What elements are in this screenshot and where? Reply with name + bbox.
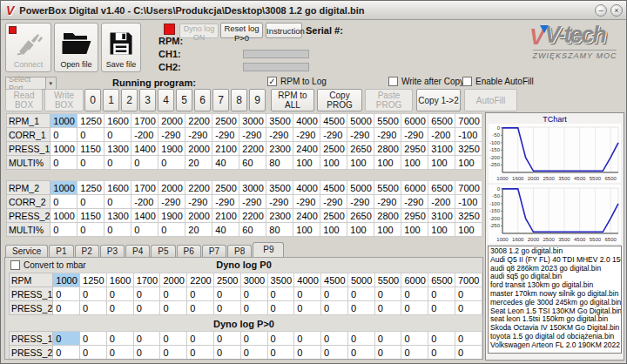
cell-CORR_1-6[interactable]: -290 <box>212 128 239 142</box>
paste-prog-button[interactable]: Paste PROG <box>365 89 413 111</box>
program-digit-button[interactable]: 2 <box>121 89 138 111</box>
cell-RPM_1-10[interactable]: 4500 <box>320 114 347 128</box>
cell-CORR_2-2[interactable]: 0 <box>104 195 131 209</box>
cell-RPM_1-14[interactable]: 6500 <box>428 114 455 128</box>
cell-RPM_1-11[interactable]: 5000 <box>347 114 374 128</box>
cell-PRESS_2-11[interactable]: 2650 <box>347 209 374 223</box>
cell-MULTI%-1[interactable]: 0 <box>78 223 104 237</box>
cell-RPM_2-5[interactable]: 2200 <box>185 181 212 195</box>
cell-PRESS_1-0[interactable]: 1000 <box>51 142 78 156</box>
cell-MULTI%-14[interactable]: 100 <box>428 156 455 170</box>
cell-RPM-8[interactable]: 3500 <box>267 273 294 287</box>
checkbox-checked-icon[interactable]: ✓ <box>267 77 277 86</box>
save-file-button[interactable]: Save file <box>101 23 141 72</box>
cell-PRESS_1-1[interactable]: 1150 <box>78 142 104 156</box>
cell-MULTI%-3[interactable]: 0 <box>131 223 158 237</box>
cell-PRESS_2-5[interactable]: 0 <box>187 346 214 360</box>
read-box-button[interactable]: Read BOX <box>5 89 43 111</box>
cell-PRESS_2-11[interactable]: 0 <box>347 301 374 315</box>
cell-MULTI%-9[interactable]: 100 <box>293 223 320 237</box>
cell-RPM-2[interactable]: 1600 <box>106 273 133 287</box>
cell-RPM_1-3[interactable]: 1700 <box>131 114 158 128</box>
cell-PRESS_1-5[interactable]: 2000 <box>185 142 212 156</box>
cell-RPM_1-1[interactable]: 1250 <box>78 114 104 128</box>
cell-PRESS_2-12[interactable]: 2800 <box>374 209 401 223</box>
enable-autofill-checkbox[interactable]: Enable AutoFill <box>462 77 534 86</box>
tab-p7[interactable]: P7 <box>202 245 226 257</box>
cell-PRESS_1-3[interactable]: 0 <box>133 332 160 346</box>
cell-MULTI%-6[interactable]: 40 <box>212 223 239 237</box>
cell-PRESS_2-3[interactable]: 0 <box>133 301 160 315</box>
cell-PRESS_2-2[interactable]: 1300 <box>104 209 131 223</box>
cell-RPM_1-0[interactable]: 1000 <box>51 114 78 128</box>
file-list-item[interactable]: Volkswagen Arteon FL 2.0 190KM 2022 Go D… <box>490 341 621 350</box>
cell-PRESS_2-8[interactable]: 0 <box>267 301 294 315</box>
cell-PRESS_1-6[interactable]: 2100 <box>212 142 239 156</box>
cell-RPM_1-8[interactable]: 3500 <box>266 114 293 128</box>
tab-p9[interactable]: P9 <box>253 242 284 257</box>
cell-PRESS_2-1[interactable]: 0 <box>80 346 107 360</box>
cell-CORR_1-3[interactable]: -200 <box>131 128 158 142</box>
program-digit-button[interactable]: 3 <box>139 89 156 111</box>
file-list-item[interactable]: ford transit 130km go digital.bin <box>490 281 621 290</box>
cell-CORR_2-0[interactable]: 0 <box>51 195 78 209</box>
cell-PRESS_2-14[interactable]: 0 <box>428 346 455 360</box>
cell-MULTI%-11[interactable]: 100 <box>347 156 374 170</box>
cell-CORR_2-14[interactable]: -200 <box>428 195 455 209</box>
file-list-item[interactable]: toyota 1.5 go digital od obciążenia.bin <box>490 333 621 341</box>
cell-RPM-4[interactable]: 2000 <box>160 273 187 287</box>
cell-MULTI%-0[interactable]: 0 <box>51 223 78 237</box>
cell-MULTI%-5[interactable]: 20 <box>185 223 212 237</box>
cell-MULTI%-8[interactable]: 80 <box>266 156 293 170</box>
cell-RPM_2-8[interactable]: 3500 <box>266 181 293 195</box>
cell-PRESS_2-0[interactable]: 0 <box>53 346 80 360</box>
cell-PRESS_1-9[interactable]: 0 <box>294 287 321 301</box>
cell-CORR_1-9[interactable]: -290 <box>293 128 320 142</box>
cell-PRESS_2-14[interactable]: 0 <box>428 301 455 315</box>
open-file-button[interactable]: Open file <box>54 23 98 72</box>
cell-PRESS_2-8[interactable]: 2300 <box>266 209 293 223</box>
write-after-copy-checkbox[interactable]: Write after Copy <box>388 77 464 86</box>
cell-RPM-10[interactable]: 4500 <box>321 273 348 287</box>
cell-RPM_1-13[interactable]: 6000 <box>401 114 428 128</box>
cell-RPM_2-6[interactable]: 2500 <box>212 181 239 195</box>
cell-PRESS_1-11[interactable]: 0 <box>347 332 374 346</box>
cell-PRESS_2-13[interactable]: 2950 <box>401 209 428 223</box>
cell-PRESS_2-2[interactable]: 0 <box>106 346 133 360</box>
cell-PRESS_1-14[interactable]: 3100 <box>428 142 455 156</box>
cell-PRESS_2-6[interactable]: 2100 <box>212 209 239 223</box>
tab-p2[interactable]: P2 <box>75 245 99 257</box>
program-digit-button[interactable]: 6 <box>194 89 211 111</box>
cell-PRESS_2-5[interactable]: 2000 <box>185 209 212 223</box>
cell-PRESS_1-3[interactable]: 1400 <box>131 142 158 156</box>
tab-service[interactable]: Service <box>5 245 48 257</box>
tab-p4[interactable]: P4 <box>125 245 150 257</box>
cell-MULTI%-12[interactable]: 100 <box>374 156 401 170</box>
cell-PRESS_1-8[interactable]: 0 <box>267 332 294 346</box>
cell-RPM_2-4[interactable]: 2000 <box>158 181 185 195</box>
cell-PRESS_2-4[interactable]: 0 <box>160 346 187 360</box>
cell-RPM_2-10[interactable]: 4500 <box>320 181 347 195</box>
cell-PRESS_1-5[interactable]: 0 <box>187 287 214 301</box>
cell-RPM-13[interactable]: 6000 <box>401 273 428 287</box>
cell-CORR_2-7[interactable]: -290 <box>239 195 266 209</box>
cell-RPM-9[interactable]: 4000 <box>294 273 321 287</box>
cell-RPM_2-2[interactable]: 1600 <box>104 181 131 195</box>
cell-PRESS_1-13[interactable]: 0 <box>401 332 428 346</box>
cell-PRESS_1-13[interactable]: 2950 <box>401 142 428 156</box>
cell-PRESS_2-9[interactable]: 0 <box>294 346 321 360</box>
cell-CORR_1-5[interactable]: -290 <box>185 128 212 142</box>
file-list-item[interactable]: 3008 1.2 go digital.bin <box>490 247 621 256</box>
cell-CORR_1-4[interactable]: -290 <box>158 128 185 142</box>
cell-CORR_2-4[interactable]: -290 <box>158 195 185 209</box>
cell-CORR_2-12[interactable]: -290 <box>374 195 401 209</box>
connect-button[interactable]: Connect <box>5 23 51 72</box>
cell-PRESS_1-5[interactable]: 0 <box>187 332 214 346</box>
cell-PRESS_1-7[interactable]: 0 <box>240 287 267 301</box>
cell-PRESS_2-3[interactable]: 1400 <box>131 209 158 223</box>
cell-PRESS_2-7[interactable]: 2200 <box>239 209 266 223</box>
program-digit-button[interactable]: 0 <box>84 89 101 111</box>
cell-CORR_1-15[interactable]: -100 <box>455 128 482 142</box>
cell-CORR_1-13[interactable]: -290 <box>401 128 428 142</box>
cell-RPM-7[interactable]: 3000 <box>240 273 267 287</box>
